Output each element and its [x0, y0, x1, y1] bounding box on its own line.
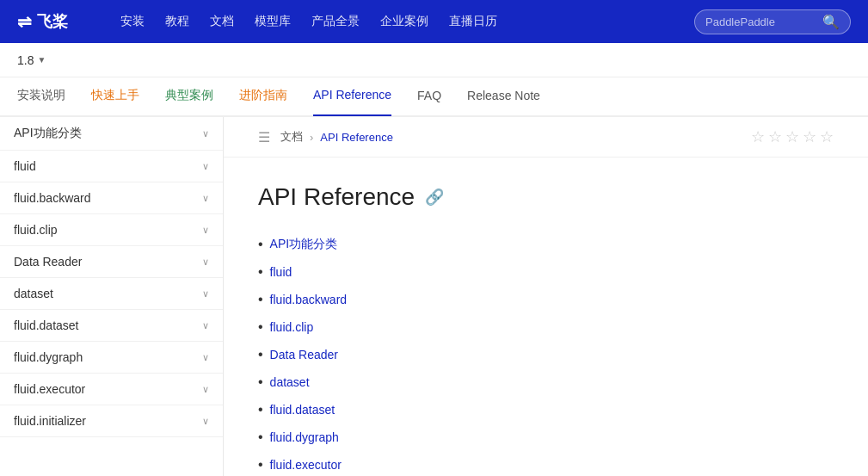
star-4[interactable]: ☆ — [803, 127, 816, 146]
content-area: ☰ 文档 › API Reference ☆ ☆ ☆ ☆ ☆ API Refer… — [224, 117, 868, 476]
sidebar-item-api-categories[interactable]: API功能分类 ∨ — [0, 117, 223, 151]
sidebar-item-fluid-backward[interactable]: fluid.backward ∨ — [0, 182, 223, 214]
chevron-down-icon: ∨ — [202, 193, 209, 204]
version-label: 1.8 — [17, 53, 34, 67]
sidebar-item-label: fluid.dataset — [14, 318, 79, 332]
main-layout: API功能分类 ∨ fluid ∨ fluid.backward ∨ fluid… — [0, 117, 868, 476]
chevron-down-icon: ∨ — [202, 320, 209, 331]
search-box[interactable]: 🔍 — [694, 9, 851, 34]
breadcrumb: 文档 › API Reference — [280, 129, 751, 145]
subnav-quickstart[interactable]: 快速上手 — [91, 77, 139, 116]
subnav-install[interactable]: 安装说明 — [17, 77, 65, 116]
list-item: API功能分类 — [258, 237, 834, 252]
sidebar-item-label: fluid.executor — [14, 382, 85, 396]
api-link-fluid[interactable]: fluid — [270, 265, 292, 279]
api-link-data-reader[interactable]: Data Reader — [270, 348, 338, 362]
nav-docs[interactable]: 文档 — [210, 14, 234, 29]
sidebar-item-label: API功能分类 — [14, 126, 82, 141]
list-item: fluid — [258, 264, 834, 280]
api-link-fluid-clip[interactable]: fluid.clip — [270, 320, 314, 334]
sidebar: API功能分类 ∨ fluid ∨ fluid.backward ∨ fluid… — [0, 117, 224, 476]
subnav-faq[interactable]: FAQ — [417, 77, 441, 116]
api-link-fluid-dataset[interactable]: fluid.dataset — [270, 403, 336, 417]
breadcrumb-current: API Reference — [320, 131, 393, 144]
sidebar-item-fluid-clip[interactable]: fluid.clip ∨ — [0, 214, 223, 246]
list-item: fluid.clip — [258, 319, 834, 335]
breadcrumb-root[interactable]: 文档 — [280, 129, 303, 145]
chevron-down-icon: ∨ — [202, 161, 209, 172]
list-item: fluid.backward — [258, 292, 834, 307]
chevron-down-icon: ∨ — [202, 288, 209, 300]
chevron-down-icon: ∨ — [202, 416, 209, 427]
chevron-down-icon: ∨ — [202, 225, 209, 236]
sidebar-item-label: fluid.initializer — [14, 414, 86, 428]
chevron-down-icon: ∨ — [202, 352, 209, 363]
sidebar-item-fluid-executor[interactable]: fluid.executor ∨ — [0, 374, 223, 405]
breadcrumb-separator: › — [310, 131, 313, 144]
chevron-down-icon: ∨ — [202, 384, 209, 395]
nav-tutorial[interactable]: 教程 — [165, 14, 189, 29]
sidebar-item-fluid-dataset[interactable]: fluid.dataset ∨ — [0, 310, 223, 342]
sidebar-item-fluid-initializer[interactable]: fluid.initializer ∨ — [0, 405, 223, 437]
sidebar-item-label: fluid.dygraph — [14, 350, 83, 364]
sidebar-item-fluid[interactable]: fluid ∨ — [0, 151, 223, 182]
search-icon[interactable]: 🔍 — [822, 14, 840, 30]
nav-enterprise[interactable]: 企业案例 — [380, 14, 428, 29]
rating-stars[interactable]: ☆ ☆ ☆ ☆ ☆ — [751, 127, 834, 146]
nav-links: 安装 教程 文档 模型库 产品全景 企业案例 直播日历 — [120, 14, 668, 29]
anchor-link-icon[interactable]: 🔗 — [425, 188, 444, 207]
sidebar-item-label: dataset — [14, 287, 53, 300]
version-bar: 1.8 ▼ — [0, 43, 868, 77]
top-navigation: ⇌ 飞桨 安装 教程 文档 模型库 产品全景 企业案例 直播日历 🔍 — [0, 0, 868, 43]
subnav-advanced[interactable]: 进阶指南 — [239, 77, 287, 116]
sidebar-item-fluid-dygraph[interactable]: fluid.dygraph ∨ — [0, 342, 223, 374]
sub-navigation: 安装说明 快速上手 典型案例 进阶指南 API Reference FAQ Re… — [0, 77, 868, 117]
star-3[interactable]: ☆ — [785, 127, 799, 146]
star-1[interactable]: ☆ — [751, 127, 765, 146]
nav-models[interactable]: 模型库 — [255, 14, 291, 29]
sidebar-item-label: Data Reader — [14, 255, 82, 269]
api-link-fluid-backward[interactable]: fluid.backward — [270, 293, 348, 306]
logo-text: 飞桨 — [37, 11, 68, 32]
subnav-api-ref[interactable]: API Reference — [313, 77, 391, 116]
logo-icon: ⇌ — [17, 11, 32, 32]
nav-live[interactable]: 直播日历 — [449, 14, 497, 29]
api-link-dataset[interactable]: dataset — [270, 375, 310, 389]
page-title: API Reference 🔗 — [258, 183, 834, 211]
version-dropdown-icon: ▼ — [37, 55, 46, 65]
sidebar-item-data-reader[interactable]: Data Reader ∨ — [0, 246, 223, 278]
chevron-down-icon: ∨ — [202, 257, 209, 268]
version-selector[interactable]: 1.8 ▼ — [17, 53, 46, 67]
logo[interactable]: ⇌ 飞桨 — [17, 11, 95, 32]
api-links-list: API功能分类 fluid fluid.backward fluid.clip … — [258, 237, 834, 476]
list-item: fluid.dygraph — [258, 430, 834, 445]
nav-install[interactable]: 安装 — [120, 14, 145, 29]
content-header: ☰ 文档 › API Reference ☆ ☆ ☆ ☆ ☆ — [224, 117, 868, 158]
list-item: fluid.dataset — [258, 402, 834, 417]
list-item: fluid.executor — [258, 457, 834, 473]
sidebar-item-dataset[interactable]: dataset ∨ — [0, 278, 223, 310]
search-input[interactable] — [705, 15, 817, 28]
sidebar-item-label: fluid.clip — [14, 223, 58, 237]
api-link-categories[interactable]: API功能分类 — [270, 237, 338, 252]
content-body: API Reference 🔗 API功能分类 fluid fluid.back… — [224, 158, 868, 476]
sidebar-collapse-button[interactable]: ☰ — [258, 129, 270, 145]
nav-products[interactable]: 产品全景 — [311, 14, 360, 29]
api-link-fluid-executor[interactable]: fluid.executor — [270, 458, 342, 472]
sidebar-item-label: fluid — [14, 159, 36, 173]
subnav-cases[interactable]: 典型案例 — [165, 77, 213, 116]
api-link-fluid-dygraph[interactable]: fluid.dygraph — [270, 430, 339, 444]
sidebar-item-label: fluid.backward — [14, 191, 91, 205]
list-item: Data Reader — [258, 347, 834, 362]
chevron-down-icon: ∨ — [202, 128, 209, 139]
subnav-release-note[interactable]: Release Note — [467, 77, 540, 116]
list-item: dataset — [258, 374, 834, 390]
star-2[interactable]: ☆ — [768, 127, 782, 146]
star-5[interactable]: ☆ — [820, 127, 834, 146]
